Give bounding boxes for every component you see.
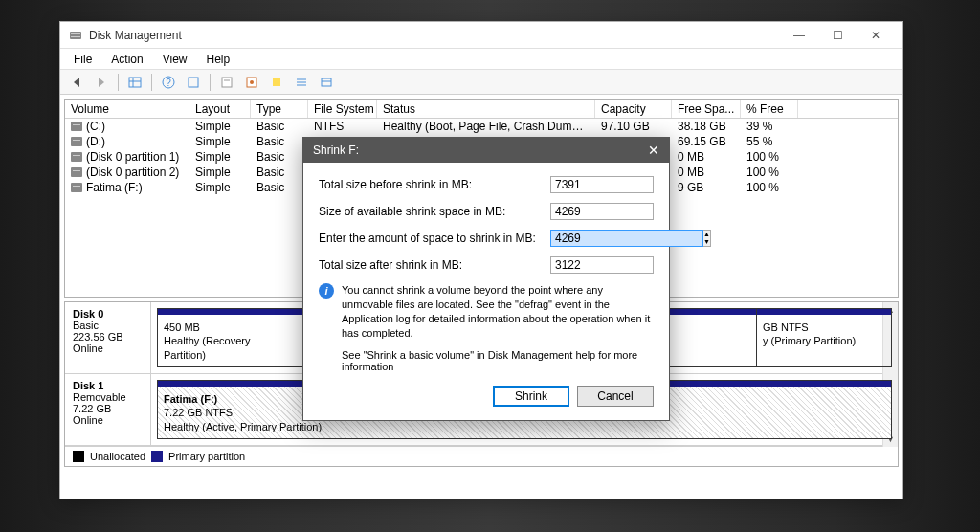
svg-rect-15 (273, 78, 280, 86)
svg-rect-5 (129, 78, 141, 87)
menu-action[interactable]: Action (101, 51, 152, 68)
spin-up-icon[interactable]: ▲ (703, 231, 710, 238)
app-icon (68, 28, 83, 43)
shrink-button[interactable]: Shrink (493, 386, 569, 407)
spin-down-icon[interactable]: ▼ (703, 238, 710, 246)
info-text: You cannot shrink a volume beyond the po… (342, 283, 654, 340)
label-amount: Enter the amount of space to shrink in M… (319, 232, 550, 245)
dialog-title: Shrink F: (313, 144, 359, 157)
legend-primary-swatch (151, 451, 163, 462)
col-filesystem[interactable]: File System (308, 100, 377, 118)
volume-icon (71, 183, 82, 192)
svg-marker-4 (99, 78, 104, 87)
menubar: File Action View Help (60, 49, 902, 70)
volume-icon (71, 122, 82, 131)
partition[interactable]: 450 MBHealthy (Recovery Partition) (158, 309, 301, 366)
svg-rect-11 (222, 78, 232, 87)
col-capacity[interactable]: Capacity (595, 100, 672, 118)
col-pctfree[interactable]: % Free (741, 100, 798, 118)
table-icon[interactable] (124, 72, 145, 93)
close-button[interactable]: ✕ (857, 26, 895, 45)
svg-text:?: ? (166, 78, 171, 88)
volume-icon (71, 137, 82, 146)
info-icon: i (319, 283, 334, 299)
toolbar: ? (60, 70, 902, 95)
partition[interactable]: GB NTFSy (Primary Partition) (757, 309, 891, 366)
svg-rect-0 (70, 32, 81, 39)
label-total-after: Total size after shrink in MB: (319, 258, 550, 272)
legend-unallocated-swatch (73, 451, 84, 462)
close-icon[interactable]: ✕ (648, 143, 659, 158)
forward-icon[interactable] (91, 72, 112, 93)
action-icon[interactable] (241, 72, 262, 93)
svg-rect-10 (189, 78, 198, 87)
titlebar: Disk Management — ☐ ✕ (60, 22, 902, 49)
svg-marker-3 (74, 78, 79, 87)
shrink-dialog: Shrink F: ✕ Total size before shrink in … (302, 137, 670, 421)
svg-rect-19 (322, 78, 331, 86)
svg-rect-2 (71, 36, 80, 37)
label-total-before: Total size before shrink in MB: (319, 178, 550, 191)
label-available: Size of available shrink space in MB: (319, 205, 550, 218)
table-row[interactable]: (C:) Simple Basic NTFS Healthy (Boot, Pa… (65, 119, 898, 134)
col-volume[interactable]: Volume (65, 100, 189, 118)
new-icon[interactable] (266, 72, 287, 93)
legend: Unallocated Primary partition (65, 446, 898, 466)
shrink-amount-input[interactable] (550, 230, 703, 247)
refresh-icon[interactable] (183, 72, 204, 93)
col-type[interactable]: Type (251, 100, 308, 118)
svg-rect-1 (71, 33, 80, 34)
table-header: Volume Layout Type File System Status Ca… (65, 100, 898, 119)
menu-help[interactable]: Help (197, 51, 240, 68)
list-icon[interactable] (291, 72, 312, 93)
dialog-titlebar: Shrink F: ✕ (303, 138, 669, 163)
volume-icon (71, 167, 82, 177)
help-link-text: See "Shrink a basic volume" in Disk Mana… (342, 349, 654, 372)
cancel-button[interactable]: Cancel (577, 386, 654, 407)
value-total-before: 7391 (550, 176, 654, 193)
disk1-info[interactable]: Disk 1 Removable 7.22 GB Online (65, 374, 151, 445)
window-title: Disk Management (89, 29, 780, 42)
col-status[interactable]: Status (377, 100, 595, 118)
value-available: 4269 (550, 203, 654, 220)
details-icon[interactable] (316, 72, 337, 93)
minimize-button[interactable]: — (780, 26, 818, 45)
svg-point-14 (250, 80, 254, 84)
properties-icon[interactable] (216, 72, 237, 93)
value-total-after: 3122 (550, 256, 654, 274)
menu-file[interactable]: File (64, 51, 101, 68)
volume-icon (71, 152, 82, 162)
col-free[interactable]: Free Spa... (672, 100, 741, 118)
disk0-info[interactable]: Disk 0 Basic 223.56 GB Online (65, 302, 151, 373)
help-icon[interactable]: ? (158, 72, 179, 93)
back-icon[interactable] (66, 72, 87, 93)
menu-view[interactable]: View (153, 51, 197, 68)
col-layout[interactable]: Layout (189, 100, 251, 118)
maximize-button[interactable]: ☐ (818, 26, 857, 45)
